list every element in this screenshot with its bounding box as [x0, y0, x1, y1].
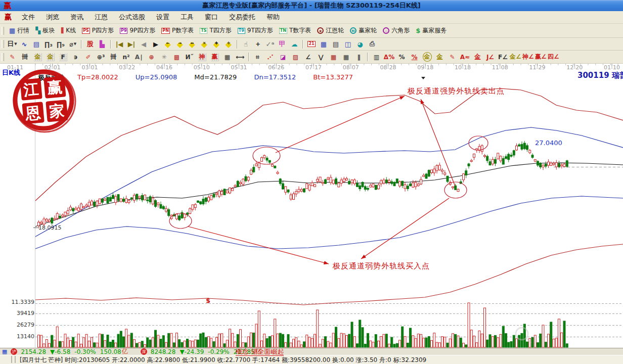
notepad-icon[interactable]: ▤: [330, 39, 341, 49]
menu-item-2[interactable]: 浏览: [40, 12, 65, 23]
spiral-tool[interactable]: ϶: [70, 52, 81, 62]
percent-tool[interactable]: %: [396, 52, 408, 62]
scroll-right-button[interactable]: ◆→: [174, 39, 186, 49]
star-web-tool[interactable]: ✳: [158, 52, 170, 62]
a-wave-tool[interactable]: A≈: [459, 52, 471, 62]
colored-chart-icon[interactable]: ▙: [97, 39, 108, 49]
ray-fan-tool[interactable]: ⋰: [264, 52, 276, 62]
zigzag-icon[interactable]: ∿: [19, 39, 30, 49]
hexagon-button[interactable]: ◇六角形: [380, 26, 413, 35]
prev-button[interactable]: ◀: [138, 39, 149, 49]
menu-item-6[interactable]: 设置: [151, 12, 175, 23]
news-ticker[interactable]: 概念:望全面崛起: [236, 348, 284, 356]
sectors-button[interactable]: ▚板块: [32, 26, 58, 35]
pct-line-tool[interactable]: %: [409, 52, 420, 62]
toolbar-grip[interactable]: [2, 53, 4, 61]
crosshair-tool[interactable]: ＋: [252, 39, 263, 49]
check-a-tool[interactable]: ✓ᵃ: [264, 39, 276, 49]
printer-icon[interactable]: ⎙: [367, 39, 378, 49]
brush3-tool[interactable]: ✎: [447, 52, 458, 62]
menu-item-7[interactable]: 工具: [175, 12, 199, 23]
grid-123-tool[interactable]: ▦: [221, 52, 233, 62]
gold-line2-tool[interactable]: 金: [472, 52, 483, 62]
circle-cross-tool[interactable]: ⊕: [146, 52, 157, 62]
pct-triangle-tool[interactable]: Δ%: [383, 52, 395, 62]
gold-angle-tool[interactable]: 金∠: [510, 52, 521, 62]
toolbar-grip[interactable]: [2, 40, 4, 48]
first-page-button[interactable]: |◀: [114, 39, 125, 49]
fan-box-tool[interactable]: ◪: [277, 52, 289, 62]
menu-item-8[interactable]: 窗口: [199, 12, 224, 23]
hand-tool[interactable]: ☝: [240, 39, 251, 49]
red-grid-tool[interactable]: ▦: [328, 52, 339, 62]
shen-angle-tool[interactable]: 神∠: [522, 52, 534, 62]
quote-grid-icon[interactable]: ▦: [2, 348, 7, 355]
last-page-button[interactable]: ▶|: [126, 39, 137, 49]
shen-grid-tool[interactable]: 神: [196, 52, 208, 62]
next-button[interactable]: ▶: [150, 39, 161, 49]
i-marks-tool[interactable]: И˝: [184, 52, 195, 62]
si-angle-tool[interactable]: 四∠: [548, 52, 559, 62]
angle-a-tool[interactable]: A∣: [133, 52, 145, 62]
pie-globe-icon[interactable]: ◕: [354, 39, 366, 49]
f-grid-tool[interactable]: F: [57, 52, 69, 62]
zoom-in-button[interactable]: ◆✚: [211, 39, 222, 49]
gold-circle-tool[interactable]: 金: [421, 52, 433, 62]
grid-fan-tool[interactable]: ▨: [290, 52, 301, 62]
brush-tool[interactable]: ✎: [7, 52, 18, 62]
jia-grid-tool[interactable]: 甲: [277, 39, 288, 49]
scale-bars-tool[interactable]: ▥: [371, 52, 382, 62]
title-bar[interactable]: 赢 赢家江恩专业版[赢家内部服务平台] - [瑞普生物 SZ300119-254…: [0, 0, 623, 11]
document-icon[interactable]: ▤: [31, 39, 42, 49]
calculator-icon[interactable]: ▦: [318, 39, 329, 49]
t-square-button[interactable]: TST四方形: [197, 26, 235, 35]
menu-item-10[interactable]: 帮助: [261, 12, 285, 23]
zoom-out-button[interactable]: ◆✕: [199, 39, 210, 49]
save-icon[interactable]: ◫: [342, 39, 353, 49]
gann-wheel-button[interactable]: ◉江恩轮: [314, 26, 347, 35]
t-number-button[interactable]: TNT数字表: [276, 26, 315, 35]
step3-icon[interactable]: ∏₃: [43, 39, 54, 49]
scroll-left-button[interactable]: ◆←: [162, 39, 173, 49]
stock-figure-icon[interactable]: 股: [84, 39, 96, 49]
menu-item-3[interactable]: 资讯: [65, 12, 89, 23]
scroll-both-button[interactable]: ◆↔: [187, 39, 198, 49]
ying-grid-tool[interactable]: 赢: [209, 52, 220, 62]
grid2-tool[interactable]: 卌: [108, 52, 119, 62]
brain-tool[interactable]: ☁: [289, 39, 300, 49]
zoom-full-button[interactable]: ◆✛: [223, 39, 234, 49]
circle3-tool[interactable]: ⊕³: [95, 52, 107, 62]
gold-grid-tool-2[interactable]: 金: [45, 52, 56, 62]
grid-arrow-tool[interactable]: ▦: [340, 52, 352, 62]
menu-item-5[interactable]: 公式选股: [113, 12, 151, 23]
gold-line-tool[interactable]: 金: [434, 52, 446, 62]
parallel-tool[interactable]: ∥: [353, 52, 365, 62]
toolbar-grip[interactable]: [2, 27, 4, 35]
splitter-grip[interactable]: [11, 356, 16, 363]
p9-square-button[interactable]: P99P四方形: [117, 26, 158, 35]
candle-style-dropdown[interactable]: ⌀▼: [67, 39, 78, 49]
winner-wheel-button[interactable]: Bi赢家轮: [347, 26, 380, 35]
calendar-21-icon[interactable]: 21: [306, 39, 317, 49]
v-dotted-tool[interactable]: ⋁: [315, 52, 327, 62]
width-arrows-tool[interactable]: ⟷: [234, 52, 246, 62]
menu-item-1[interactable]: 文件: [16, 12, 40, 23]
period-dropdown[interactable]: 日▼: [7, 39, 18, 49]
f-angle-tool[interactable]: F∠: [497, 52, 509, 62]
kline-button[interactable]: ⫼K线: [58, 26, 79, 35]
n-square-tool[interactable]: n²: [120, 52, 132, 62]
box-tool[interactable]: ⌗: [252, 52, 263, 62]
gann-grid-tool[interactable]: 卌: [19, 52, 31, 62]
j-angle-tool[interactable]: J∠: [484, 52, 496, 62]
step9-icon[interactable]: ∏₉: [55, 39, 66, 49]
gold-grid-tool-1[interactable]: 金: [32, 52, 43, 62]
angle-lines-tool[interactable]: ∠: [302, 52, 314, 62]
winner-service-button[interactable]: $赢家服务: [413, 26, 450, 35]
p-square-button[interactable]: PSP四方形: [79, 26, 117, 35]
web-box-tool[interactable]: ▩: [171, 52, 183, 62]
p-number-button[interactable]: PNP数字表: [158, 26, 197, 35]
menu-item-4[interactable]: 江恩: [89, 12, 113, 23]
quotes-button[interactable]: ▦行情: [6, 26, 32, 35]
brush2-tool[interactable]: ✐: [82, 52, 94, 62]
ying-angle-tool[interactable]: 赢∠: [535, 52, 547, 62]
